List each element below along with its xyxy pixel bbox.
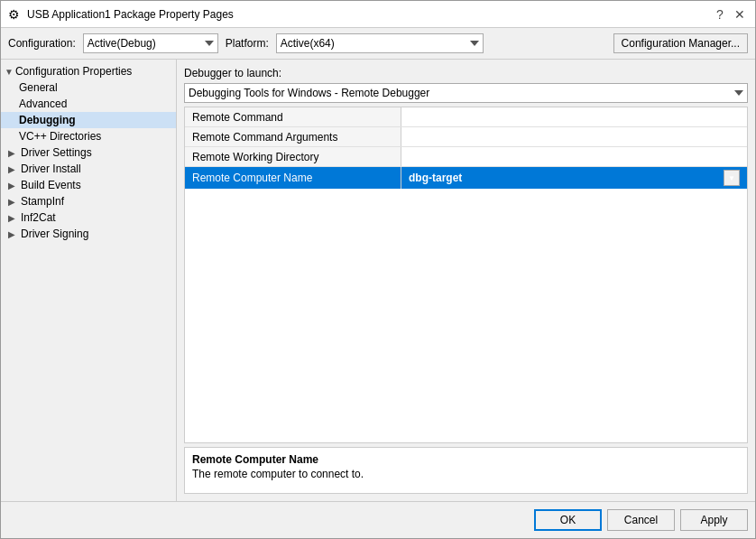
sidebar-item-driver-signing[interactable]: ▶ Driver Signing — [1, 226, 176, 242]
ok-button[interactable]: OK — [534, 509, 602, 531]
prop-row-remote-working-dir[interactable]: Remote Working Directory — [185, 147, 747, 167]
sidebar-item-vc-dirs[interactable]: VC++ Directories — [1, 128, 176, 144]
config-select[interactable]: Active(Debug) — [83, 33, 218, 53]
dialog-title: USB Application1 Package Property Pages — [27, 8, 234, 21]
prop-row-remote-command-args[interactable]: Remote Command Arguments — [185, 127, 747, 147]
property-dropdown-arrow[interactable]: ▼ — [724, 170, 740, 186]
prop-name-remote-command-args: Remote Command Arguments — [185, 127, 401, 146]
sidebar-item-stampinf[interactable]: ▶ StampInf — [1, 193, 176, 209]
driver-install-label: Driver Install — [21, 163, 81, 175]
prop-value-remote-computer-name: dbg-target ▼ — [401, 167, 747, 189]
advanced-label: Advanced — [19, 98, 67, 110]
info-title: Remote Computer Name — [192, 453, 740, 466]
platform-select[interactable]: Active(x64) — [276, 33, 484, 53]
platform-label: Platform: — [226, 37, 269, 50]
expand-arrow-icon-driver-settings: ▶ — [8, 148, 15, 158]
help-button[interactable]: ? — [712, 6, 728, 23]
toolbar: Configuration: Active(Debug) Platform: A… — [1, 28, 755, 60]
prop-row-remote-computer-name[interactable]: Remote Computer Name dbg-target ▼ — [185, 167, 747, 189]
sidebar-root[interactable]: ▼ Configuration Properties — [1, 63, 176, 79]
stampinf-label: StampInf — [21, 195, 64, 208]
info-panel: Remote Computer Name The remote computer… — [184, 447, 748, 494]
prop-row-remote-command[interactable]: Remote Command — [185, 107, 747, 127]
general-label: General — [19, 81, 58, 94]
collapse-arrow-icon: ▼ — [5, 67, 14, 77]
close-button[interactable]: ✕ — [732, 6, 748, 23]
prop-value-text-remote-computer-name: dbg-target — [409, 172, 462, 184]
debugger-dropdown[interactable]: Debugging Tools for Windows - Remote Deb… — [184, 83, 748, 103]
sidebar-item-build-events[interactable]: ▶ Build Events — [1, 177, 176, 193]
config-manager-button[interactable]: Configuration Manager... — [613, 33, 748, 53]
sidebar-item-driver-install[interactable]: ▶ Driver Install — [1, 161, 176, 177]
expand-arrow-icon-stampinf: ▶ — [8, 197, 15, 207]
cancel-button[interactable]: Cancel — [607, 509, 675, 531]
debugger-label: Debugger to launch: — [184, 67, 748, 79]
dialog: ⚙ USB Application1 Package Property Page… — [0, 0, 756, 539]
properties-table: Remote Command Remote Command Arguments … — [184, 107, 748, 443]
title-bar: ⚙ USB Application1 Package Property Page… — [1, 1, 755, 28]
sidebar: ▼ Configuration Properties General Advan… — [1, 60, 177, 501]
info-description: The remote computer to connect to. — [192, 468, 740, 480]
sidebar-item-driver-settings[interactable]: ▶ Driver Settings — [1, 144, 176, 161]
right-panel: Debugger to launch: Debugging Tools for … — [177, 60, 755, 501]
prop-value-remote-command-args — [401, 127, 747, 146]
config-label: Configuration: — [8, 37, 76, 50]
sidebar-item-inf2cat[interactable]: ▶ Inf2Cat — [1, 209, 176, 226]
expand-arrow-icon-driver-install: ▶ — [8, 164, 15, 174]
driver-settings-label: Driver Settings — [21, 146, 92, 159]
apply-button[interactable]: Apply — [680, 509, 748, 531]
driver-signing-label: Driver Signing — [21, 228, 88, 240]
main-content: ▼ Configuration Properties General Advan… — [1, 60, 755, 501]
sidebar-item-general[interactable]: General — [1, 79, 176, 96]
vc-dirs-label: VC++ Directories — [19, 130, 101, 143]
prop-name-remote-command: Remote Command — [185, 107, 401, 126]
sidebar-root-label: Configuration Properties — [15, 65, 132, 78]
footer: OK Cancel Apply — [1, 501, 755, 538]
debugging-label: Debugging — [19, 114, 76, 126]
expand-arrow-icon-inf2cat: ▶ — [8, 213, 15, 223]
expand-arrow-icon-driver-signing: ▶ — [8, 229, 15, 239]
sidebar-item-debugging[interactable]: Debugging — [1, 112, 176, 128]
prop-name-remote-working-dir: Remote Working Directory — [185, 147, 401, 166]
inf2cat-label: Inf2Cat — [21, 211, 56, 224]
sidebar-item-advanced[interactable]: Advanced — [1, 96, 176, 112]
prop-value-remote-command — [401, 107, 747, 126]
expand-arrow-icon-build-events: ▶ — [8, 181, 15, 191]
prop-name-remote-computer-name: Remote Computer Name — [185, 167, 401, 189]
dialog-icon: ⚙ — [8, 7, 20, 22]
build-events-label: Build Events — [21, 179, 81, 191]
prop-value-remote-working-dir — [401, 147, 747, 166]
